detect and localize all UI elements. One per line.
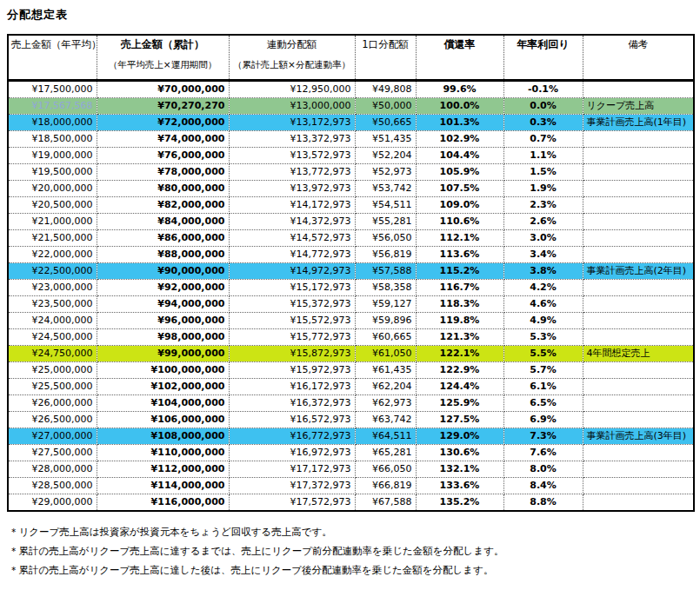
avg-sales-cell: ¥23,000,000 [8, 279, 97, 295]
per-unit-cell: ¥56,819 [355, 246, 416, 262]
remark-cell [583, 163, 694, 180]
redemption-rate-cell: 115.2% [416, 262, 503, 279]
remark-cell [583, 229, 694, 246]
linked-distribution-cell: ¥13,972,973 [229, 180, 355, 196]
table-row: ¥21,000,000¥84,000,000¥14,372,973¥55,281… [8, 213, 694, 229]
col-header-redemption-rate: 償還率 [416, 35, 503, 80]
redemption-rate-cell: 122.9% [416, 361, 503, 378]
remark-cell: 事業計画売上高(3年目) [583, 428, 694, 444]
avg-sales-cell: ¥22,000,000 [8, 246, 97, 262]
table-row: ¥19,500,000¥78,000,000¥13,772,973¥52,973… [8, 163, 694, 180]
linked-distribution-cell: ¥16,372,973 [229, 394, 355, 411]
table-row: ¥19,000,000¥76,000,000¥13,572,973¥52,204… [8, 147, 694, 163]
avg-sales-cell: ¥21,500,000 [8, 229, 97, 246]
annual-yield-cell: 4.2% [503, 279, 583, 295]
annual-yield-cell: 8.0% [503, 461, 583, 477]
remark-cell [583, 213, 694, 229]
linked-distribution-cell: ¥17,372,973 [229, 477, 355, 494]
page-title: 分配想定表 [7, 7, 693, 23]
avg-sales-cell: ¥27,000,000 [8, 428, 97, 444]
annual-yield-cell: 3.0% [503, 229, 583, 246]
annual-yield-cell: 5.5% [503, 345, 583, 361]
annual-yield-cell: 1.5% [503, 163, 583, 180]
cumulative-sales-cell: ¥86,000,000 [97, 229, 229, 246]
remark-cell [583, 494, 694, 511]
table-row: ¥24,500,000¥98,000,000¥15,772,973¥60,665… [8, 328, 694, 345]
linked-distribution-cell: ¥16,972,973 [229, 444, 355, 461]
per-unit-cell: ¥59,896 [355, 312, 416, 328]
table-row: ¥24,000,000¥96,000,000¥15,572,973¥59,896… [8, 312, 694, 328]
table-row: ¥26,000,000¥104,000,000¥16,372,973¥62,97… [8, 394, 694, 411]
redemption-rate-cell: 122.1% [416, 345, 503, 361]
remark-cell [583, 477, 694, 494]
table-row: ¥18,000,000¥72,000,000¥13,172,973¥50,665… [8, 114, 694, 130]
redemption-rate-cell: 100.0% [416, 97, 503, 114]
table-row: ¥17,567,568¥70,270,270¥13,000,000¥50,000… [8, 97, 694, 114]
table-row: ¥23,500,000¥94,000,000¥15,372,973¥59,127… [8, 295, 694, 312]
col-header-remarks: 備考 [583, 35, 694, 80]
col-header-linked-distribution: 連動分配額 （累計売上額×分配連動率） [229, 35, 355, 80]
cumulative-sales-cell: ¥80,000,000 [97, 180, 229, 196]
footnotes: ＊リクープ売上高は投資家が投資元本をちょうど回収する売上高です。 ＊累計の売上高… [9, 526, 693, 576]
remark-cell [583, 147, 694, 163]
cumulative-sales-cell: ¥74,000,000 [97, 130, 229, 147]
annual-yield-cell: -0.1% [503, 80, 583, 97]
remark-cell: 事業計画売上高(1年目) [583, 114, 694, 130]
per-unit-cell: ¥65,281 [355, 444, 416, 461]
remark-cell [583, 394, 694, 411]
linked-distribution-cell: ¥16,572,973 [229, 411, 355, 428]
cumulative-sales-cell: ¥102,000,000 [97, 378, 229, 394]
remark-cell [583, 196, 694, 213]
cumulative-sales-cell: ¥76,000,000 [97, 147, 229, 163]
linked-distribution-cell: ¥13,372,973 [229, 130, 355, 147]
avg-sales-cell: ¥26,500,000 [8, 411, 97, 428]
remark-cell [583, 295, 694, 312]
cumulative-sales-cell: ¥90,000,000 [97, 262, 229, 279]
per-unit-cell: ¥61,050 [355, 345, 416, 361]
table-row: ¥21,500,000¥86,000,000¥14,572,973¥56,050… [8, 229, 694, 246]
cumulative-sales-cell: ¥94,000,000 [97, 295, 229, 312]
annual-yield-cell: 1.9% [503, 180, 583, 196]
per-unit-cell: ¥53,742 [355, 180, 416, 196]
redemption-rate-cell: 107.5% [416, 180, 503, 196]
cumulative-sales-cell: ¥99,000,000 [97, 345, 229, 361]
avg-sales-cell: ¥25,000,000 [8, 361, 97, 378]
redemption-rate-cell: 116.7% [416, 279, 503, 295]
linked-distribution-cell: ¥12,950,000 [229, 80, 355, 97]
remark-cell [583, 130, 694, 147]
linked-distribution-cell: ¥13,000,000 [229, 97, 355, 114]
per-unit-cell: ¥66,050 [355, 461, 416, 477]
avg-sales-cell: ¥19,000,000 [8, 147, 97, 163]
linked-distribution-cell: ¥14,972,973 [229, 262, 355, 279]
linked-distribution-cell: ¥15,772,973 [229, 328, 355, 345]
per-unit-cell: ¥49,808 [355, 80, 416, 97]
remark-cell [583, 378, 694, 394]
per-unit-cell: ¥51,435 [355, 130, 416, 147]
cumulative-sales-cell: ¥98,000,000 [97, 328, 229, 345]
cumulative-sales-cell: ¥110,000,000 [97, 444, 229, 461]
table-row: ¥27,500,000¥110,000,000¥16,972,973¥65,28… [8, 444, 694, 461]
table-row: ¥17,500,000¥70,000,000¥12,950,000¥49,808… [8, 80, 694, 97]
redemption-rate-cell: 127.5% [416, 411, 503, 428]
col-header-annual-yield: 年率利回り [503, 35, 583, 80]
footnote-after-recoup: ＊累計の売上高がリクープ売上高に達した後は、売上にリクープ後分配連動率を乗じた金… [9, 564, 693, 576]
cumulative-sales-cell: ¥108,000,000 [97, 428, 229, 444]
per-unit-cell: ¥57,588 [355, 262, 416, 279]
table-row: ¥26,500,000¥106,000,000¥16,572,973¥63,74… [8, 411, 694, 428]
cumulative-sales-cell: ¥106,000,000 [97, 411, 229, 428]
linked-distribution-cell: ¥13,772,973 [229, 163, 355, 180]
linked-distribution-cell: ¥14,572,973 [229, 229, 355, 246]
table-row: ¥29,000,000¥116,000,000¥17,572,973¥67,58… [8, 494, 694, 511]
per-unit-cell: ¥58,358 [355, 279, 416, 295]
remark-cell [583, 411, 694, 428]
linked-distribution-cell: ¥14,772,973 [229, 246, 355, 262]
per-unit-cell: ¥56,050 [355, 229, 416, 246]
annual-yield-cell: 0.0% [503, 97, 583, 114]
cumulative-sales-cell: ¥78,000,000 [97, 163, 229, 180]
per-unit-cell: ¥52,973 [355, 163, 416, 180]
linked-distribution-cell: ¥16,172,973 [229, 378, 355, 394]
table-row: ¥27,000,000¥108,000,000¥16,772,973¥64,51… [8, 428, 694, 444]
annual-yield-cell: 2.6% [503, 213, 583, 229]
annual-yield-cell: 7.6% [503, 444, 583, 461]
linked-distribution-cell: ¥17,172,973 [229, 461, 355, 477]
